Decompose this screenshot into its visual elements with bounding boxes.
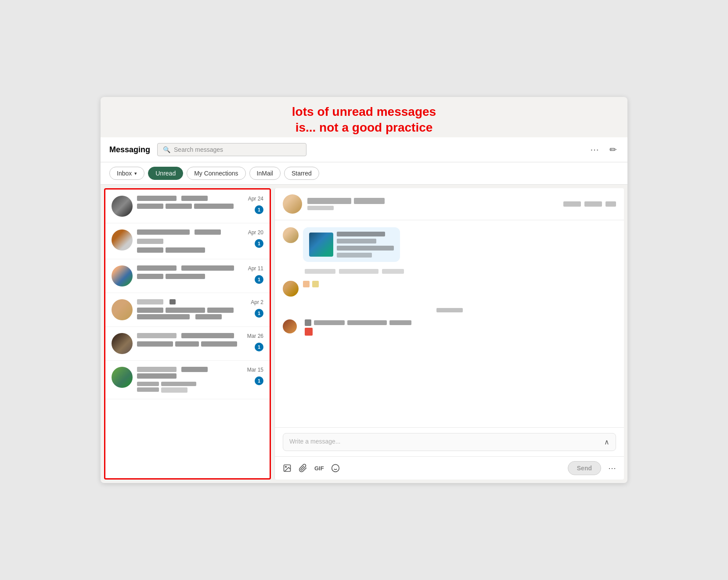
toolbar-more-icon[interactable]: ⋯ <box>608 463 616 473</box>
redacted-text-section <box>283 269 616 274</box>
sender-name <box>137 367 237 380</box>
tab-inmail[interactable]: InMail <box>249 167 281 180</box>
typing-area: Write a message... ∧ <box>275 427 624 456</box>
chat-toolbar: GIF Send ⋯ <box>275 456 624 480</box>
message-placeholder: Write a message... <box>289 438 340 445</box>
list-item[interactable]: Apr 2 1 <box>105 293 270 327</box>
message-date: Apr 2 <box>251 299 263 305</box>
message-body <box>137 229 237 253</box>
message-right: Apr 11 1 <box>241 265 263 284</box>
tab-unread[interactable]: Unread <box>148 167 183 180</box>
message-header-row <box>137 367 237 380</box>
search-bar[interactable]: 🔍 Search messages <box>157 143 306 156</box>
center-redacted <box>283 308 616 312</box>
bubble-avatar-3 <box>283 319 297 333</box>
message-right: Apr 20 1 <box>241 229 263 248</box>
unread-badge: 1 <box>255 205 263 214</box>
bubble-avatar <box>283 227 299 243</box>
search-input[interactable]: Search messages <box>174 146 223 153</box>
message-right: Mar 15 1 <box>241 367 263 385</box>
message-date: Mar 26 <box>247 333 263 339</box>
main-content: Apr 24 1 <box>101 185 627 483</box>
message-body <box>137 367 237 393</box>
avatar <box>112 229 133 251</box>
message-bubble <box>303 227 400 262</box>
message-date: Apr 11 <box>248 265 263 272</box>
image-button[interactable] <box>283 464 292 473</box>
gif-button[interactable]: GIF <box>314 465 324 472</box>
message-header-row <box>137 229 237 236</box>
sender-name <box>137 229 221 236</box>
sender-name <box>137 196 208 202</box>
bubble-content-row <box>309 232 394 258</box>
message-preview <box>137 204 237 209</box>
unread-badge: 1 <box>255 376 263 385</box>
annotation-text: lots of unread messages is... not a good… <box>101 97 627 138</box>
message-header-row <box>137 299 237 306</box>
emoji-button[interactable] <box>331 464 340 473</box>
list-item[interactable]: Apr 11 1 <box>105 259 270 293</box>
tab-starred[interactable]: Starred <box>284 167 319 180</box>
chat-panel: Write a message... ∧ GIF <box>274 188 624 480</box>
bubble-text <box>337 232 394 258</box>
message-preview <box>137 308 237 313</box>
message-preview <box>137 382 237 386</box>
app-header: Messaging 🔍 Search messages ⋯ ✏ <box>101 137 627 162</box>
header-actions: ⋯ ✏ <box>588 143 619 157</box>
list-item[interactable]: Apr 24 1 <box>105 190 270 223</box>
message-body <box>137 196 237 209</box>
avatar <box>112 196 133 217</box>
svg-point-2 <box>332 465 339 472</box>
messaging-app: lots of unread messages is... not a good… <box>101 97 627 483</box>
message-preview <box>137 247 237 253</box>
unread-badge: 1 <box>255 309 263 318</box>
sender-name <box>137 299 176 306</box>
expand-button[interactable]: ∧ <box>604 438 609 446</box>
message-date: Apr 24 <box>248 196 263 202</box>
chat-name-area <box>307 198 558 210</box>
message-list: Apr 24 1 <box>104 188 271 480</box>
search-icon: 🔍 <box>163 146 170 153</box>
message-input-container[interactable]: Write a message... ∧ <box>283 433 616 451</box>
list-item[interactable]: Mar 15 1 <box>105 361 270 399</box>
sender-name <box>137 265 234 272</box>
app-title: Messaging <box>109 145 150 154</box>
chevron-down-icon: ▾ <box>134 171 137 176</box>
chat-header-actions <box>563 201 616 207</box>
avatar <box>112 299 133 320</box>
chat-avatar <box>283 194 302 214</box>
compose-button[interactable]: ✏ <box>608 143 619 157</box>
message-body <box>137 299 237 320</box>
message-preview <box>137 341 237 347</box>
redacted-row-2 <box>305 328 411 336</box>
message-date: Mar 15 <box>247 367 263 373</box>
avatar <box>112 333 133 354</box>
redacted-name <box>137 196 177 201</box>
redacted-name-2 <box>181 196 208 201</box>
attachment-button[interactable] <box>299 464 307 473</box>
unread-badge: 1 <box>255 275 263 284</box>
svg-point-1 <box>285 466 287 468</box>
avatar <box>112 265 133 286</box>
list-item[interactable]: Apr 20 1 <box>105 223 270 259</box>
tab-myconnections[interactable]: My Connections <box>187 167 245 180</box>
message-header-row <box>137 333 237 340</box>
more-button[interactable]: ⋯ <box>588 143 601 157</box>
list-item[interactable]: Mar 26 1 <box>105 327 270 361</box>
bubble-avatar <box>283 281 299 297</box>
message-body <box>137 265 237 279</box>
message-right: Apr 2 1 <box>241 299 263 318</box>
message-preview-2 <box>137 387 237 393</box>
sender-name <box>137 333 234 340</box>
tab-inbox[interactable]: Inbox ▾ <box>109 167 144 180</box>
redacted-row <box>303 281 319 287</box>
chat-message-received-1 <box>283 227 616 262</box>
chat-messages <box>275 220 624 427</box>
bubble-text-3 <box>305 319 411 336</box>
unread-badge: 1 <box>255 239 263 248</box>
message-header-row <box>137 196 237 202</box>
colored-square <box>305 328 313 336</box>
send-button[interactable]: Send <box>568 461 601 475</box>
chat-header <box>275 188 624 220</box>
message-header-row <box>137 265 237 272</box>
